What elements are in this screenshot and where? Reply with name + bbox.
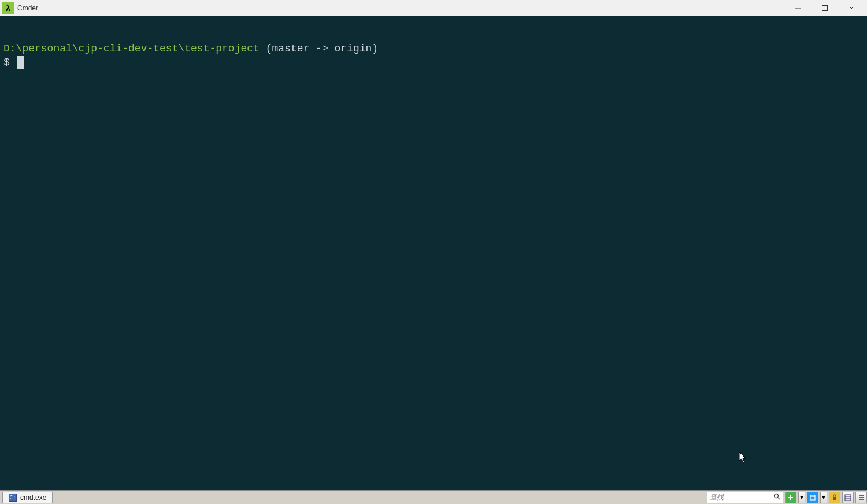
close-button[interactable] (838, 0, 865, 16)
prompt-symbol: $ (3, 55, 10, 69)
window-config-button[interactable] (807, 492, 818, 503)
tab-label: cmd.exe (20, 494, 46, 502)
prompt-line-2: $ (3, 55, 864, 69)
new-tab-dropdown[interactable]: ▼ (798, 492, 805, 503)
svg-rect-11 (845, 495, 851, 501)
maximize-button[interactable] (812, 0, 838, 16)
window-controls (785, 0, 865, 16)
search-placeholder: 查找 (710, 492, 724, 502)
cmder-icon: λ (2, 2, 14, 14)
search-input[interactable]: 查找 (707, 492, 783, 503)
status-bar: C: cmd.exe 查找 ▼ ▼ (0, 490, 867, 504)
tab-cmd-exe[interactable]: C: cmd.exe (2, 492, 53, 503)
lock-button[interactable] (829, 492, 840, 503)
cmd-icon: C: (9, 494, 17, 502)
menu-button[interactable] (855, 492, 867, 503)
svg-rect-10 (833, 497, 836, 500)
title-bar: λ Cmder (0, 0, 867, 16)
minimize-button[interactable] (785, 0, 812, 16)
prompt-path: D:\personal\cjp-cli-dev-test\test-projec… (3, 43, 260, 54)
svg-line-5 (778, 498, 780, 499)
prompt-line-1: D:\personal\cjp-cli-dev-test\test-projec… (3, 42, 864, 55)
svg-rect-1 (822, 5, 828, 10)
window-title: Cmder (17, 4, 785, 12)
settings-button[interactable] (842, 492, 854, 503)
terminal[interactable]: D:\personal\cjp-cli-dev-test\test-projec… (0, 16, 867, 490)
prompt-branch: (master -> origin) (266, 43, 378, 54)
new-tab-button[interactable] (785, 492, 796, 503)
search-icon[interactable] (773, 493, 780, 502)
svg-point-4 (775, 494, 779, 498)
window-config-dropdown[interactable]: ▼ (820, 492, 827, 503)
svg-rect-8 (810, 495, 815, 500)
terminal-cursor (17, 56, 24, 69)
